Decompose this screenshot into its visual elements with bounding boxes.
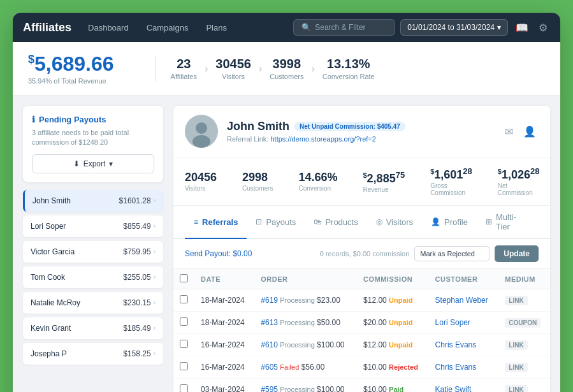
list-item[interactable]: Tom Cook $255.05 › [23, 266, 163, 288]
conversion-stat: 13.13% Conversion Rate [323, 57, 375, 80]
select-all-checkbox[interactable] [180, 274, 188, 282]
col-commission: COMMISSION [357, 269, 429, 289]
table-controls-right: 0 records, $0.00 commission Mark as Reje… [320, 245, 539, 262]
affiliate-info: John Smith Net Unpaid Commission: $405.4… [227, 120, 493, 143]
profile-icon: 👤 [431, 217, 440, 226]
row-commission: $10.00 Paid [357, 379, 429, 393]
medium-badge: LINK [505, 363, 527, 372]
row-order: #595 Processing $100.00 [254, 379, 357, 393]
nav-dashboard[interactable]: Dashboard [82, 20, 135, 35]
row-checkbox[interactable] [180, 384, 188, 392]
order-link[interactable]: #619 [261, 296, 278, 305]
stat-arrow-2: › [259, 63, 262, 75]
list-item[interactable]: Josepha P $158.25 › [23, 343, 163, 365]
right-panel: John Smith Net Unpaid Commission: $405.4… [173, 106, 550, 392]
order-link[interactable]: #610 [261, 340, 278, 349]
row-checkbox[interactable] [180, 317, 188, 326]
table-row: 16-Mar-2024 #605 Failed $56.00 $10.00 Re… [173, 356, 550, 379]
list-item[interactable]: Kevin Grant $185.49 › [23, 317, 163, 339]
row-medium: LINK [498, 334, 550, 356]
aff-revenue-stat: $2,88575 Revenue [363, 170, 405, 193]
date-range-value: 01/01/2024 to 31/03/2024 [407, 23, 495, 32]
settings-icon-button[interactable]: ⚙ [536, 19, 550, 36]
update-button[interactable]: Update [495, 245, 539, 262]
order-amount: $23.00 [317, 296, 340, 305]
stat-arrow-3: › [311, 63, 314, 75]
col-date: DATE [194, 269, 254, 289]
list-item[interactable]: Victor Garcia $759.95 › [23, 241, 163, 263]
list-item[interactable]: Lori Soper $855.49 › [23, 215, 163, 237]
chevron-right-icon: › [154, 299, 156, 306]
list-item[interactable]: Natalie McRoy $230.15 › [23, 292, 163, 314]
referral-link-row: Referral Link: https://demo.storeapps.or… [227, 135, 493, 143]
row-medium: LINK [498, 356, 550, 379]
affiliate-list: John Smith $1601.28 › Lori Soper $855.49… [23, 190, 163, 365]
info-icon: ℹ [32, 115, 35, 124]
aff-net-commission-stat: $1,02628 Net Commission [498, 166, 540, 196]
medium-badge: COUPON [505, 318, 540, 328]
search-bar[interactable]: 🔍 Search & Filter [293, 19, 395, 36]
tab-products[interactable]: 🛍 Products [305, 206, 366, 239]
nav-campaigns[interactable]: Campaigns [140, 20, 195, 35]
affiliates-label: Affiliates [171, 73, 197, 80]
customer-link[interactable]: Chris Evans [435, 340, 477, 349]
order-status: Failed [280, 363, 299, 371]
top-nav: Affiliates Dashboard Campaigns Plans 🔍 S… [13, 13, 560, 42]
order-link[interactable]: #605 [261, 363, 278, 372]
svg-point-1 [196, 122, 207, 134]
nav-plans[interactable]: Plans [199, 20, 233, 35]
aff-revenue-val: $2,88575 [363, 170, 405, 185]
customer-link[interactable]: Lori Soper [435, 318, 470, 327]
commission-amount: $12.00 [363, 340, 387, 349]
email-icon-button[interactable]: ✉ [502, 123, 516, 140]
header-action-icons: ✉ 👤 [502, 123, 539, 140]
date-range-picker[interactable]: 01/01/2024 to 31/03/2024 ▾ [400, 19, 508, 36]
row-checkbox[interactable] [180, 340, 188, 348]
aff-customers-val: 2998 [242, 171, 273, 184]
user-icon-button[interactable]: 👤 [521, 123, 539, 140]
order-link[interactable]: #613 [261, 318, 278, 327]
send-payout-link[interactable]: Send Payout: $0.00 [185, 249, 252, 258]
order-status: Processing [280, 296, 314, 304]
order-link[interactable]: #595 [261, 385, 278, 392]
payouts-icon: ⊡ [256, 217, 262, 226]
visitors-label: Visitors [215, 73, 251, 80]
visitors-stat: 30456 Visitors [215, 57, 251, 80]
chevron-right-icon: › [154, 248, 156, 255]
pending-payouts-card: ℹ Pending Payouts 3 affiliate needs to b… [23, 106, 163, 182]
tab-visitors[interactable]: ◎ Visitors [367, 206, 422, 239]
row-medium: LINK [498, 289, 550, 312]
tab-payouts[interactable]: ⊡ Payouts [247, 206, 305, 239]
referral-url[interactable]: https://demo.storeapps.org/?ref=2 [270, 135, 375, 143]
referrals-table-wrapper: DATE ORDER COMMISSION CUSTOMER MEDIUM 18… [173, 269, 550, 392]
chevron-right-icon: › [154, 197, 156, 204]
customer-link[interactable]: Chris Evans [435, 363, 477, 372]
mark-as-select[interactable]: Mark as Rejected [414, 246, 490, 261]
tab-multi-tier[interactable]: ⊞ Multi-Tier [477, 206, 539, 239]
row-order: #613 Processing $50.00 [254, 312, 357, 334]
customer-link[interactable]: Stephan Weber [435, 296, 488, 305]
row-order: #619 Processing $23.00 [254, 289, 357, 312]
col-medium: MEDIUM [498, 269, 550, 289]
pending-payouts-desc: 3 affiliate needs to be paid total commi… [32, 128, 154, 148]
list-item[interactable]: John Smith $1601.28 › [23, 190, 163, 212]
row-checkbox-cell [173, 379, 194, 393]
row-date: 18-Mar-2024 [194, 312, 254, 334]
book-icon-button[interactable]: 📖 [513, 19, 531, 36]
tab-referrals[interactable]: ≡ Referrals [185, 206, 247, 239]
order-amount: $50.00 [317, 318, 340, 327]
commission-status: Unpaid [389, 319, 412, 326]
row-date: 16-Mar-2024 [194, 356, 254, 379]
row-checkbox-cell [173, 312, 194, 334]
aff-visitors-stat: 20456 Visitors [185, 171, 217, 192]
aff-gross-commission-stat: $1,60128 Gross Commission [430, 166, 472, 196]
aff-gross-lbl: Gross Commission [430, 182, 472, 196]
row-checkbox[interactable] [180, 295, 188, 303]
row-checkbox[interactable] [180, 362, 188, 370]
export-button[interactable]: ⬇ Export ▾ [32, 154, 154, 173]
main-content: ℹ Pending Payouts 3 affiliate needs to b… [13, 96, 560, 392]
customer-link[interactable]: Katie Swift [435, 385, 472, 392]
tab-profile[interactable]: 👤 Profile [422, 206, 477, 239]
chevron-down-icon: ▾ [497, 23, 501, 32]
search-placeholder: Search & Filter [315, 23, 365, 32]
